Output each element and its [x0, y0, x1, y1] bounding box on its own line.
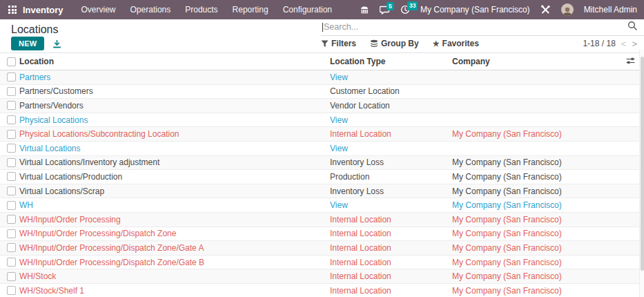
table-row[interactable]: Virtual Locations/Inventory adjustmentIn…	[0, 156, 639, 171]
menu-operations[interactable]: Operations	[130, 5, 171, 15]
group-by-menu[interactable]: Group By	[370, 39, 419, 48]
table-row[interactable]: Physical Locations/Subcontracting Locati…	[0, 127, 639, 142]
column-header-location[interactable]: Location	[19, 57, 330, 66]
location-type-cell: View	[330, 73, 452, 82]
row-checkbox[interactable]	[7, 215, 16, 224]
row-checkbox[interactable]	[7, 101, 16, 110]
location-type-cell: Inventory Loss	[330, 186, 452, 196]
location-cell: WH/Input/Order Processing/Dispatch Zone/…	[19, 243, 330, 253]
row-checkbox[interactable]	[7, 73, 16, 82]
location-type-cell: Internal Location	[330, 129, 452, 139]
table-row[interactable]: Partners/CustomersCustomer Location	[0, 85, 639, 99]
search-placeholder: Search...	[324, 22, 627, 32]
pager-next-icon[interactable]: >	[632, 39, 637, 49]
menu-products[interactable]: Products	[185, 5, 217, 15]
company-cell: My Company (San Francisco)	[452, 271, 616, 281]
app-name[interactable]: Inventory	[23, 5, 64, 15]
row-checkbox-cell	[0, 243, 19, 252]
activity-count-badge: 33	[407, 1, 418, 10]
user-avatar[interactable]	[561, 3, 574, 16]
row-checkbox[interactable]	[7, 286, 16, 295]
top-navbar: Inventory Overview Operations Products R…	[0, 0, 644, 19]
table-row[interactable]: Partners/VendorsVendor Location	[0, 99, 639, 113]
row-checkbox[interactable]	[7, 144, 16, 153]
favorites-menu[interactable]: ★ Favorites	[433, 39, 479, 48]
table-row[interactable]: WH/Input/Order Processing/Dispatch Zone/…	[0, 256, 639, 270]
company-cell: My Company (San Francisco)	[452, 229, 616, 238]
column-header-company[interactable]: Company	[452, 57, 616, 66]
locations-list: Location Location Type Company PartnersV…	[0, 53, 639, 297]
menu-overview[interactable]: Overview	[81, 5, 116, 15]
group-by-label: Group By	[381, 39, 419, 48]
row-checkbox-cell	[0, 286, 19, 295]
location-cell: WH/Input/Order Processing/Dispatch Zone	[19, 229, 330, 238]
user-menu[interactable]: Mitchell Admin	[584, 5, 637, 15]
search-icon[interactable]	[627, 21, 637, 33]
row-checkbox[interactable]	[7, 243, 16, 252]
row-checkbox[interactable]	[7, 158, 16, 167]
location-cell: WH/Stock/Shelf 1	[19, 286, 330, 296]
row-checkbox[interactable]	[7, 258, 16, 267]
store-icon[interactable]	[360, 6, 369, 15]
location-type-cell: View	[330, 115, 452, 125]
scrollbar-thumb[interactable]	[641, 57, 644, 271]
row-checkbox[interactable]	[7, 186, 16, 195]
company-cell: My Company (San Francisco)	[452, 186, 616, 196]
table-row[interactable]: WH/Input/Order ProcessingInternal Locati…	[0, 213, 639, 227]
table-row[interactable]: WH/Input/Order Processing/Dispatch Zone/…	[0, 241, 639, 256]
location-cell: Partners	[19, 73, 330, 82]
row-checkbox[interactable]	[7, 201, 16, 210]
menu-configuration[interactable]: Configuration	[283, 5, 332, 15]
location-cell: Partners/Vendors	[19, 101, 330, 111]
messages-icon[interactable]: 5	[380, 6, 390, 15]
location-cell: Virtual Locations	[19, 144, 330, 153]
activity-clock-icon[interactable]: 33	[400, 5, 410, 15]
row-checkbox[interactable]	[7, 115, 16, 124]
location-type-cell: Internal Location	[330, 258, 452, 267]
search-input[interactable]: Search...	[321, 21, 644, 36]
company-cell: My Company (San Francisco)	[452, 157, 616, 167]
table-row[interactable]: WH/Stock/Shelf 1Internal LocationMy Comp…	[0, 284, 639, 297]
row-checkbox[interactable]	[7, 87, 16, 96]
row-checkbox[interactable]	[7, 229, 16, 238]
row-checkbox-cell	[0, 73, 19, 82]
table-row[interactable]: WHViewMy Company (San Francisco)	[0, 198, 639, 213]
table-row[interactable]: Virtual LocationsView	[0, 142, 639, 156]
location-cell: WH/Input/Order Processing/Dispatch Zone/…	[19, 258, 330, 267]
column-header-location-type[interactable]: Location Type	[330, 57, 452, 66]
table-row[interactable]: Virtual Locations/ScrapInventory LossMy …	[0, 184, 639, 199]
select-all-checkbox[interactable]	[7, 57, 16, 66]
row-checkbox-cell	[0, 201, 19, 210]
location-cell: Virtual Locations/Inventory adjustment	[19, 157, 330, 167]
location-type-cell: Internal Location	[330, 271, 452, 281]
row-checkbox[interactable]	[7, 130, 16, 139]
vertical-scrollbar[interactable]	[639, 50, 644, 297]
filters-menu[interactable]: Filters	[321, 39, 356, 48]
table-row[interactable]: PartnersView	[0, 70, 639, 85]
export-download-icon[interactable]	[52, 39, 61, 48]
menu-reporting[interactable]: Reporting	[233, 5, 269, 15]
debug-tools-icon[interactable]	[540, 5, 551, 15]
table-row[interactable]: WH/StockInternal LocationMy Company (San…	[0, 269, 639, 284]
row-checkbox[interactable]	[7, 172, 16, 181]
row-checkbox-cell	[0, 130, 19, 139]
apps-menu-icon[interactable]	[8, 6, 17, 14]
pager: 1-18 / 18 < >	[583, 39, 637, 49]
filters-label: Filters	[331, 39, 356, 48]
optional-columns-icon[interactable]	[626, 57, 635, 67]
row-checkbox-cell	[0, 101, 19, 110]
pager-prev-icon[interactable]: <	[621, 39, 627, 49]
location-type-cell: Vendor Location	[330, 101, 452, 111]
row-checkbox-cell	[0, 87, 19, 96]
new-button[interactable]: NEW	[11, 37, 44, 50]
row-checkbox[interactable]	[7, 272, 16, 281]
optional-columns-cell	[616, 57, 639, 67]
location-type-cell: Production	[330, 172, 452, 182]
location-type-cell: Internal Location	[330, 229, 452, 238]
company-switcher[interactable]: My Company (San Francisco)	[420, 5, 530, 15]
table-row[interactable]: WH/Input/Order Processing/Dispatch ZoneI…	[0, 227, 639, 242]
table-row[interactable]: Virtual Locations/ProductionProductionMy…	[0, 170, 639, 184]
table-row[interactable]: Physical LocationsView	[0, 113, 639, 128]
location-type-cell: Internal Location	[330, 243, 452, 253]
search-caret	[322, 23, 323, 32]
